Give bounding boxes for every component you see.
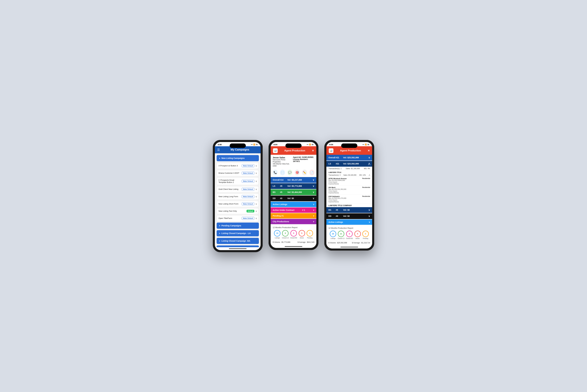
chevron-down-icon[interactable]: ∨ bbox=[256, 196, 257, 198]
active-uc-label-2: Active Under Contract bbox=[273, 209, 294, 211]
time-3: 9:04 bbox=[329, 144, 333, 146]
active-listings-bar-3[interactable]: Active Listings ∨ bbox=[326, 220, 372, 225]
chevron-down-icon[interactable]: ∨ bbox=[256, 164, 257, 167]
chevron-down-icon[interactable]: ∨ bbox=[256, 188, 257, 190]
hamburger-icon[interactable]: ☰ bbox=[217, 148, 220, 152]
circles-row-3: 26 Listings 21 Closed LS 0 Closed BS bbox=[328, 230, 370, 239]
circle-listings-3: 26 Listings bbox=[330, 230, 336, 239]
overall-stat-3[interactable]: Overall #21 Vol: $25,592,999 ∨ bbox=[326, 155, 372, 160]
email-icon[interactable]: ✉️ bbox=[280, 170, 285, 176]
caret-icon: ∨ bbox=[368, 156, 370, 159]
make-default-btn[interactable]: Make Default bbox=[242, 202, 254, 206]
circle-value: 15 bbox=[274, 230, 280, 236]
make-default-btn[interactable]: Make Default bbox=[242, 172, 254, 174]
dd-stat-2[interactable]: DD #0 Vol: $0 ∨ bbox=[270, 196, 316, 201]
home-indicator-3 bbox=[340, 247, 358, 247]
circle-value: 5 bbox=[354, 230, 361, 237]
chevron-down-icon[interactable]: ∨ bbox=[256, 217, 257, 220]
lawyers-title-company-header: LAWYERS TITLE COMPANY bbox=[326, 204, 372, 207]
listing-item-3: 218 Follyhatch Residential Nov-15-2023 $… bbox=[326, 195, 372, 204]
agent-info-2: Jesse Salas Harcourts Prime Properties 4… bbox=[270, 155, 316, 168]
phone-icon[interactable]: 📞 bbox=[273, 170, 278, 176]
list-item: New Listing Short Form Make Default ∨ bbox=[216, 201, 259, 207]
city-caret: ∨ bbox=[313, 220, 314, 223]
moved-agent-btn[interactable]: » Moved Agent bbox=[216, 246, 259, 247]
bs-stat-3[interactable]: BS #0 Vol: $0 ∨ bbox=[326, 207, 372, 213]
stat-rank: #5 bbox=[280, 191, 287, 193]
bs-stat-2[interactable]: BS #5 Vol: $3,464,000 ∨ bbox=[270, 190, 316, 195]
item-label: New Listing Text Only bbox=[218, 210, 246, 212]
listing-status-2: Inactive/None) bbox=[328, 192, 370, 194]
chevrons-icon: » bbox=[219, 157, 220, 160]
expand-icon[interactable]: ⋀ bbox=[369, 174, 370, 176]
item-label: Briana Customer A EDIT bbox=[218, 172, 242, 174]
active-listings-bar-2[interactable]: Active Listings ∨ bbox=[270, 202, 316, 207]
pending-bar-2[interactable]: Pending #1 ∨ bbox=[270, 213, 316, 218]
circle-label: Pending bbox=[307, 237, 312, 239]
signal-icon: ▪▪▪ bbox=[307, 144, 308, 146]
item-label: New Listing Short Form bbox=[218, 203, 242, 205]
close-btn-2[interactable]: ✕ bbox=[312, 149, 314, 152]
list-item: New Listing Long Form Make Default ∨ bbox=[216, 194, 259, 200]
stat-vol: Vol: $5,773,888 bbox=[287, 185, 312, 187]
caret-icon: ∨ bbox=[312, 185, 314, 188]
production-report-2: 12 Months Production Report 15 Listings … bbox=[270, 224, 316, 245]
default-btn[interactable]: Default bbox=[246, 210, 254, 212]
circle-active-2: 5 Active bbox=[299, 230, 305, 239]
ap-scroll-2[interactable]: Jesse Salas Harcourts Prime Properties 4… bbox=[270, 155, 316, 245]
status-icons-3: ▪▪▪ 📶 32 bbox=[362, 144, 369, 146]
chevron-down-icon[interactable]: ∨ bbox=[256, 180, 257, 182]
circle-listings-2: 15 Listings bbox=[274, 230, 280, 239]
stat-vol: Vol: $3,464,000 bbox=[287, 191, 312, 193]
status-icons-1: ▪▪▪ 📶 31 bbox=[251, 144, 258, 146]
edit-icon[interactable]: ✏️ bbox=[302, 170, 307, 176]
ls-stat-2[interactable]: LS #9 Vol: $5,773,888 ∨ bbox=[270, 183, 316, 189]
listing-type-1: Residential bbox=[362, 178, 370, 179]
battery-2: 32 bbox=[312, 144, 314, 146]
active-listings-caret: ∨ bbox=[313, 203, 314, 206]
make-default-btn[interactable]: Make Default bbox=[242, 195, 254, 198]
campaigns-scroll[interactable]: » New Listing Campaigns A Prospect w/ Bu… bbox=[215, 153, 261, 247]
circle-value: 26 bbox=[330, 230, 336, 237]
make-default-btn[interactable]: Make Default bbox=[242, 217, 254, 220]
listing-closed-la-btn[interactable]: » Listing Closed Campaign - LA bbox=[216, 230, 259, 236]
volume-label-2: $ Volume : $5,773,888 bbox=[273, 241, 290, 243]
overall-stat-2[interactable]: Overall #14 Vol: $9,237,888 ∨ bbox=[270, 177, 316, 183]
item-label: Open Title/Farm bbox=[218, 217, 242, 219]
stat-rank: #21 bbox=[336, 162, 343, 165]
pdf-icon[interactable]: 📄 bbox=[309, 170, 314, 176]
active-listings-caret-3: ∨ bbox=[369, 221, 370, 223]
item-label: A Prospect w/ Button 3 bbox=[218, 164, 242, 167]
listing-item-2: 254 Merit Residential Dec-06-2023 $1,350… bbox=[326, 186, 372, 195]
chevron-down-icon[interactable]: ∨ bbox=[256, 172, 257, 174]
make-default-btn[interactable]: Make Default bbox=[242, 164, 254, 167]
listing-closed-ba-btn[interactable]: » Listing Closed Campaign -BA bbox=[216, 238, 259, 244]
listing-status-3: Inactive/None) bbox=[328, 201, 370, 202]
ls-ms: MS: 4% bbox=[364, 168, 370, 170]
list-item: Briana Customer A EDIT Make Default ∨ bbox=[216, 170, 259, 176]
circle-closed-ls-3: 21 Closed LS bbox=[338, 230, 344, 239]
ap-scroll-3[interactable]: Overall #21 Vol: $25,592,999 ∨ LS #21 Vo… bbox=[326, 155, 372, 246]
campaigns-content: » New Listing Campaigns A Prospect w/ Bu… bbox=[215, 153, 261, 247]
chevron-down-icon[interactable]: ∨ bbox=[256, 210, 257, 212]
circle-value: 5 bbox=[299, 230, 305, 236]
active-listings-label-2: Active Listings bbox=[273, 203, 287, 206]
listing-detail-3b: Chris Kwon) bbox=[328, 199, 370, 201]
close-btn-3[interactable]: ✕ bbox=[368, 149, 370, 152]
chevron-down-icon[interactable]: ∨ bbox=[256, 203, 257, 205]
target-icon[interactable]: 🎯 bbox=[295, 170, 300, 176]
pending-section-btn[interactable]: » Pending Campaigns bbox=[216, 222, 259, 229]
city-bar-2[interactable]: City Productions ∨ bbox=[270, 219, 316, 224]
ls-stat-3[interactable]: LS #21 Vol: $25,592,999 ⋀ bbox=[326, 161, 372, 167]
pending-section-label: Pending Campaigns bbox=[222, 224, 241, 227]
message-icon[interactable]: 💬 bbox=[287, 170, 292, 176]
active-uc-bar-2[interactable]: Active Under Contract # 1 ∨ bbox=[270, 208, 316, 213]
dd-stat-3[interactable]: DD #0 Vol: $0 ∨ bbox=[326, 213, 372, 219]
wifi-icon: 📶 bbox=[365, 144, 367, 146]
ls-sales: Sales: $1,160,000 bbox=[346, 168, 360, 170]
make-default-btn[interactable]: Make Default bbox=[242, 188, 254, 191]
make-default-btn[interactable]: Make Default bbox=[242, 180, 254, 183]
circle-value: 9 bbox=[282, 230, 288, 236]
new-listing-section-btn[interactable]: » New Listing Campaigns bbox=[216, 155, 259, 161]
home-indicator-2 bbox=[285, 246, 302, 247]
